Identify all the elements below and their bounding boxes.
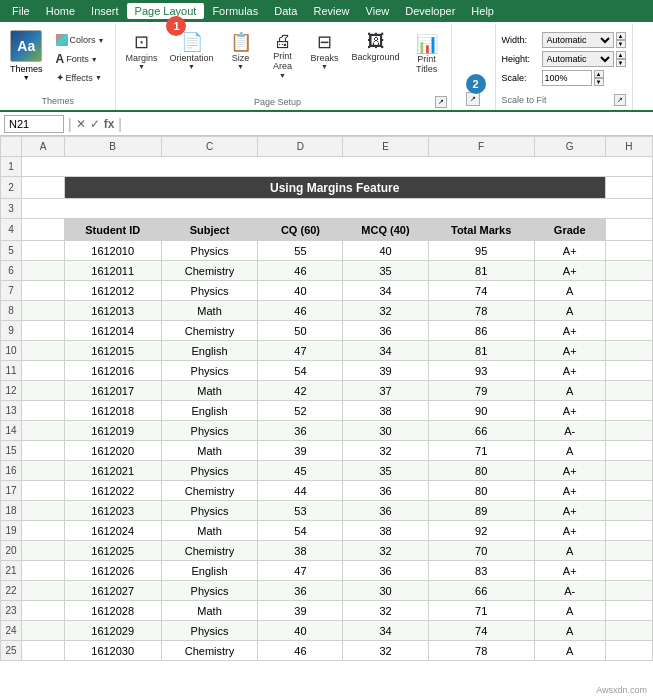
col-header-e[interactable]: E (343, 137, 428, 157)
table-row: 17 1612022Chemistry443680A+ (1, 481, 653, 501)
scale-label: Scale: (502, 73, 540, 83)
dialog-launcher-section: ↗ 2 (452, 24, 496, 110)
scale-to-fit-launcher[interactable]: ↗ (614, 94, 626, 106)
height-spin-up[interactable]: ▲ (616, 51, 626, 59)
col-header-a[interactable]: A (22, 137, 65, 157)
col-header-b[interactable]: B (64, 137, 161, 157)
page-setup-dialog-launcher[interactable]: ↗ (466, 92, 480, 106)
formula-input[interactable] (126, 118, 649, 130)
col-header-h[interactable]: H (605, 137, 652, 157)
table-row: 6 1612011Chemistry463581A+ (1, 261, 653, 281)
width-select[interactable]: Automatic (542, 32, 614, 48)
scale-spin-up[interactable]: ▲ (594, 70, 604, 78)
col-header-g[interactable]: G (534, 137, 605, 157)
height-spin-down[interactable]: ▼ (616, 59, 626, 67)
name-box[interactable] (4, 115, 64, 133)
menu-home[interactable]: Home (38, 3, 83, 19)
menu-bar: // Menu items rendered below File Home I… (0, 0, 653, 22)
fonts-button[interactable]: A Fonts▼ (51, 50, 110, 68)
table-row: 9 1612014Chemistry503686A+ (1, 321, 653, 341)
table-row: 15 1612020Math393271A (1, 441, 653, 461)
menu-help[interactable]: Help (463, 3, 502, 19)
background-button[interactable]: 🖼 Background (347, 28, 405, 65)
themes-button[interactable]: Aa Themes ▼ (6, 28, 47, 83)
table-row: 25 1612030Chemistry463278A (1, 641, 653, 661)
scale-spin-down[interactable]: ▼ (594, 78, 604, 86)
table-row: 7 1612012Physics403474A (1, 281, 653, 301)
height-label: Height: (502, 54, 540, 64)
col-headers-row: 4 Student IDSubjectCQ (60)MCQ (40)Total … (1, 219, 653, 241)
watermark: Awsxdn.com (596, 685, 647, 695)
cancel-formula-icon[interactable]: ✕ (76, 117, 86, 131)
print-titles-button[interactable]: 📊 PrintTitles (407, 28, 447, 96)
margins-button[interactable]: ⊡ Margins ▼ (120, 28, 162, 73)
size-button[interactable]: 📋 Size ▼ (221, 28, 261, 73)
grid-table: A B C D E F G H 12 Using Margins Feature… (0, 136, 653, 661)
table-row: 10 1612015English473481A+ (1, 341, 653, 361)
col-header-d[interactable]: D (258, 137, 343, 157)
table-row: 8 1612013Math463278A (1, 301, 653, 321)
formula-bar-divider2: | (118, 116, 122, 132)
width-spin-up[interactable]: ▲ (616, 32, 626, 40)
formula-divider: | (68, 116, 72, 132)
table-row: 13 1612018English523890A+ (1, 401, 653, 421)
effects-button[interactable]: ✦ Effects▼ (51, 70, 110, 85)
menu-developer[interactable]: Developer (397, 3, 463, 19)
confirm-formula-icon[interactable]: ✓ (90, 117, 100, 131)
width-label: Width: (502, 35, 540, 45)
menu-data[interactable]: Data (266, 3, 305, 19)
themes-group-label: Themes (6, 96, 109, 108)
menu-page-layout[interactable]: Page Layout (127, 3, 205, 19)
table-row: 11 1612016Physics543993A+ (1, 361, 653, 381)
page-setup-section: ⊡ Margins ▼ 📄 Orientation ▼ 📋 Size ▼ (116, 24, 451, 110)
table-row: 5 1612010Physics554095A+ (1, 241, 653, 261)
themes-label: Themes (10, 64, 43, 74)
height-select[interactable]: Automatic (542, 51, 614, 67)
print-area-button[interactable]: 🖨 PrintArea ▼ (263, 28, 303, 82)
themes-section: Aa Themes ▼ Colors▼ A Fonts▼ ✦ (0, 24, 116, 110)
scale-to-fit-section: Width: Automatic ▲ ▼ Height: Automatic (496, 24, 633, 110)
spreadsheet-area: A B C D E F G H 12 Using Margins Feature… (0, 136, 653, 699)
table-row: 19 1612024Math543892A+ (1, 521, 653, 541)
page-setup-label: Page Setup (120, 97, 434, 107)
table-row: 24 1612029Physics403474A (1, 621, 653, 641)
grid-container[interactable]: A B C D E F G H 12 Using Margins Feature… (0, 136, 653, 699)
table-row: 16 1612021Physics453580A+ (1, 461, 653, 481)
menu-review[interactable]: Review (305, 3, 357, 19)
scale-to-fit-label: Scale to Fit (502, 95, 547, 105)
formula-bar: | ✕ ✓ fx | (0, 112, 653, 136)
breaks-button[interactable]: ⊟ Breaks ▼ (305, 28, 345, 73)
annotation-circle-2: 2 (466, 74, 486, 94)
col-header-f[interactable]: F (428, 137, 534, 157)
title-row: 2 Using Margins Feature (1, 177, 653, 199)
col-header-c[interactable]: C (161, 137, 258, 157)
corner-cell (1, 137, 22, 157)
table-row: 14 1612019Physics363066A- (1, 421, 653, 441)
scale-input[interactable] (542, 70, 592, 86)
table-row: 20 1612025Chemistry383270A (1, 541, 653, 561)
menu-view[interactable]: View (358, 3, 398, 19)
table-row: 21 1612026English473683A+ (1, 561, 653, 581)
colors-button[interactable]: Colors▼ (51, 32, 110, 48)
page-setup-launcher[interactable]: ↗ (435, 96, 447, 108)
menu-insert[interactable]: Insert (83, 3, 127, 19)
menu-formulas[interactable]: Formulas (204, 3, 266, 19)
menu-file[interactable]: File (4, 3, 38, 19)
table-row: 22 1612027Physics363066A- (1, 581, 653, 601)
width-spin-down[interactable]: ▼ (616, 40, 626, 48)
insert-function-icon[interactable]: fx (104, 117, 115, 131)
table-row: 18 1612023Physics533689A+ (1, 501, 653, 521)
table-row: 23 1612028Math393271A (1, 601, 653, 621)
table-row: 12 1612017Math423779A (1, 381, 653, 401)
